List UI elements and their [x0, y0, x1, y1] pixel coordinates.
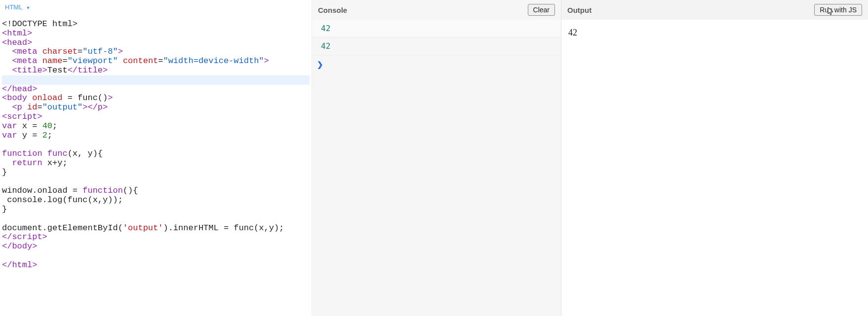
chevron-down-icon: ▼ — [26, 5, 31, 10]
console-title: Console — [318, 6, 347, 14]
code-line[interactable]: <p id="output"></p> — [2, 103, 310, 112]
output-header: Output Run with JS — [561, 0, 868, 20]
clear-button[interactable]: Clear — [528, 4, 555, 16]
code-line[interactable]: </script> — [2, 233, 310, 242]
code-line[interactable] — [2, 214, 310, 224]
editor-panel: HTML ▼ <!DOCTYPE html><html><head> <meta… — [0, 0, 312, 316]
code-line[interactable]: <!DOCTYPE html> — [2, 20, 310, 29]
language-label: HTML — [5, 3, 22, 11]
code-line[interactable]: </head> — [2, 85, 310, 94]
output-title: Output — [567, 6, 592, 14]
output-panel: Output Run with JS 42 — [561, 0, 868, 316]
code-line[interactable]: window.onload = function(){ — [2, 186, 310, 196]
output-body: 42 — [561, 20, 868, 316]
console-panel: Console Clear 4242❯ — [312, 0, 561, 316]
code-line[interactable]: function func(x, y){ — [2, 149, 310, 159]
console-prompt[interactable]: ❯ — [312, 55, 561, 74]
code-line[interactable]: <head> — [2, 38, 310, 48]
code-line[interactable]: document.getElementById('output').innerH… — [2, 224, 310, 233]
language-selector[interactable]: HTML ▼ — [5, 3, 30, 11]
code-line[interactable]: } — [2, 168, 310, 177]
app-root: HTML ▼ <!DOCTYPE html><html><head> <meta… — [0, 0, 868, 316]
editor-header: HTML ▼ — [0, 0, 312, 16]
code-line[interactable] — [2, 75, 310, 85]
code-editor[interactable]: <!DOCTYPE html><html><head> <meta charse… — [0, 16, 312, 272]
code-line[interactable] — [2, 177, 310, 187]
code-line[interactable]: var y = 2; — [2, 131, 310, 140]
code-line[interactable]: <body onload = func()> — [2, 94, 310, 103]
chevron-right-icon: ❯ — [317, 60, 323, 69]
run-with-js-button[interactable]: Run with JS — [814, 4, 862, 16]
code-line[interactable]: console.log(func(x,y)); — [2, 196, 310, 205]
code-line[interactable]: </html> — [2, 261, 310, 270]
code-line[interactable]: var x = 40; — [2, 122, 310, 131]
code-line[interactable]: <meta charset="utf-8"> — [2, 47, 310, 57]
code-line[interactable]: <meta name="viewport" content="width=dev… — [2, 57, 310, 66]
code-line[interactable] — [2, 140, 310, 149]
code-line[interactable]: } — [2, 205, 310, 214]
code-line[interactable]: return x+y; — [2, 159, 310, 168]
code-line[interactable]: <title>Test</title> — [2, 66, 310, 75]
console-log-line: 42 — [312, 20, 561, 37]
console-body: 4242❯ — [312, 20, 561, 316]
code-line[interactable]: <html> — [2, 29, 310, 38]
output-text: 42 — [568, 28, 577, 37]
code-line[interactable]: <script> — [2, 112, 310, 122]
code-line[interactable] — [2, 251, 310, 261]
console-log-line: 42 — [312, 37, 561, 55]
code-line[interactable]: </body> — [2, 242, 310, 251]
console-header: Console Clear — [312, 0, 561, 20]
